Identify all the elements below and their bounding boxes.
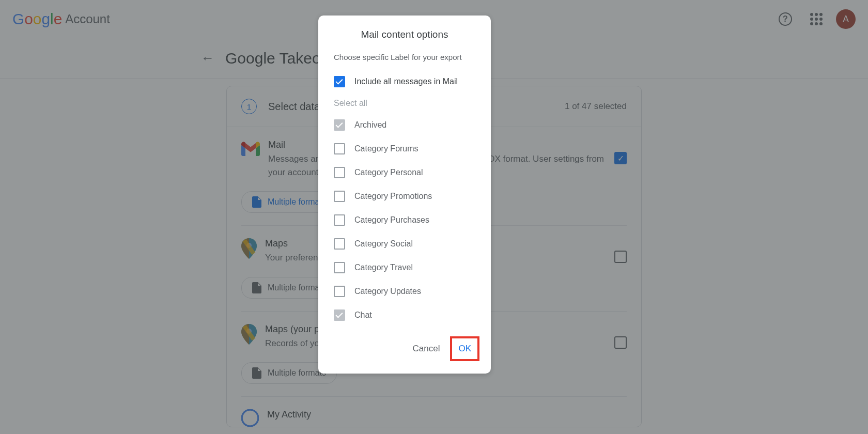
dialog-subtitle: Choose specific Label for your export [318, 53, 491, 61]
checkbox-icon [334, 76, 345, 87]
dialog-actions: Cancel OK [318, 327, 491, 364]
checkbox-icon [334, 191, 345, 202]
label-option[interactable]: Category Forums [318, 137, 491, 161]
checkbox-icon [334, 262, 345, 273]
option-label: Category Social [354, 239, 413, 249]
option-label: Category Forums [354, 144, 419, 153]
mail-options-dialog: Mail content options Choose specific Lab… [318, 16, 491, 374]
option-label: Category Updates [354, 287, 421, 296]
ok-button-highlight: OK [450, 336, 479, 361]
select-all-button[interactable]: Select all [318, 94, 491, 113]
option-label: Include all messages in Mail [354, 77, 458, 86]
checkbox-icon [334, 167, 345, 178]
checkbox-icon [334, 119, 345, 131]
option-label: Category Personal [354, 168, 423, 177]
cancel-button[interactable]: Cancel [407, 338, 446, 359]
label-option[interactable]: Category Social [318, 232, 491, 256]
label-option[interactable]: Category Personal [318, 161, 491, 184]
option-label: Chat [354, 311, 372, 320]
option-label: Category Purchases [354, 215, 429, 225]
label-option[interactable]: Category Updates [318, 280, 491, 303]
label-option[interactable]: Category Purchases [318, 208, 491, 232]
checkbox-icon [334, 309, 345, 321]
option-label: Archived [354, 120, 386, 130]
dialog-title: Mail content options [318, 29, 491, 40]
label-option[interactable]: Category Travel [318, 256, 491, 280]
option-label: Category Travel [354, 263, 413, 272]
ok-button[interactable]: OK [453, 339, 476, 358]
label-option[interactable]: Category Promotions [318, 184, 491, 208]
checkbox-icon [334, 286, 345, 297]
checkbox-icon [334, 143, 345, 154]
checkbox-icon [334, 238, 345, 250]
checkbox-icon [334, 214, 345, 226]
label-option[interactable]: Archived [318, 113, 491, 137]
include-all-option[interactable]: Include all messages in Mail [318, 70, 491, 94]
label-option[interactable]: Chat [318, 303, 491, 327]
option-label: Category Promotions [354, 192, 432, 201]
